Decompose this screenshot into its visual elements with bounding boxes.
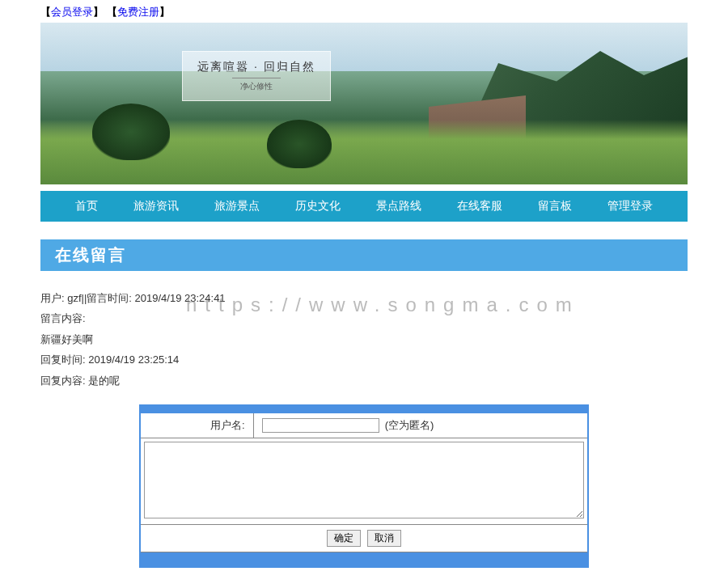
button-cell: 确定 取消: [140, 525, 588, 552]
form-header-bar: [140, 405, 588, 413]
nav-news[interactable]: 旅游资讯: [116, 191, 197, 222]
submit-button[interactable]: 确定: [327, 530, 361, 547]
message-reply-content: 回复内容: 是的呢: [40, 371, 688, 390]
banner-title: 远离喧嚣 · 回归自然: [197, 60, 315, 74]
message-textarea[interactable]: [144, 442, 584, 518]
nav-service[interactable]: 在线客服: [439, 191, 520, 222]
register-link[interactable]: 免费注册: [117, 6, 159, 18]
message-content-label: 留言内容:: [40, 309, 688, 328]
cancel-button[interactable]: 取消: [367, 530, 401, 547]
nav-spots[interactable]: 旅游景点: [197, 191, 277, 222]
banner-image: 远离喧嚣 · 回归自然 净心修性: [40, 23, 688, 184]
message-user-line: 用户: gzf||留言时间: 2019/4/19 23:24:41: [40, 289, 688, 307]
username-cell: (空为匿名): [253, 413, 588, 438]
nav-routes[interactable]: 景点路线: [358, 191, 439, 222]
nav-admin[interactable]: 管理登录: [590, 191, 671, 222]
bracket-open: 【: [107, 6, 117, 18]
banner-text-box: 远离喧嚣 · 回归自然 净心修性: [182, 51, 331, 101]
bracket-open: 【: [40, 6, 51, 18]
bracket-close: 】: [159, 6, 170, 18]
nav-guestbook[interactable]: 留言板: [520, 191, 590, 222]
form-footer-bar: [140, 552, 588, 567]
anonymous-hint: (空为匿名): [385, 419, 434, 431]
message-form: 用户名: (空为匿名) 确定 取消: [139, 404, 589, 568]
banner-subtitle: 净心修性: [232, 78, 281, 92]
top-links: 【会员登录】 【免费注册】: [40, 0, 688, 23]
username-label: 用户名:: [140, 413, 253, 438]
nav-culture[interactable]: 历史文化: [277, 191, 358, 222]
nav-home[interactable]: 首页: [57, 191, 116, 222]
message-reply-time: 回复时间: 2019/4/19 23:25:14: [40, 350, 688, 369]
message-textarea-cell: [140, 438, 588, 525]
section-header: 在线留言: [40, 239, 688, 271]
username-input[interactable]: [262, 418, 379, 433]
login-link[interactable]: 会员登录: [51, 6, 93, 18]
message-content-text: 新疆好美啊: [40, 330, 688, 349]
main-nav: 首页 旅游资讯 旅游景点 历史文化 景点路线 在线客服 留言板 管理登录: [40, 191, 688, 222]
bracket-close: 】: [93, 6, 104, 18]
message-display: https://www.songma.com 用户: gzf||留言时间: 20…: [40, 289, 688, 390]
